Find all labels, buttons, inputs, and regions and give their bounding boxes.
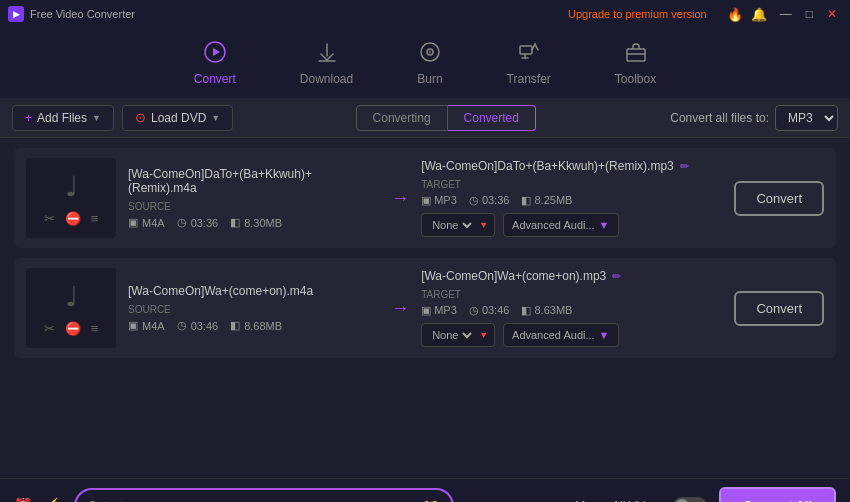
nav-burn[interactable]: Burn (409, 37, 450, 90)
add-files-label: Add Files (37, 111, 87, 125)
music-icon-1: ♩ (65, 170, 78, 203)
maximize-btn[interactable]: □ (801, 5, 818, 23)
t-format-icon-1: ▣ (421, 194, 431, 206)
t-file-icon-1: ◧ (521, 194, 531, 206)
tab-converting[interactable]: Converting (356, 105, 448, 131)
settings-icon-1[interactable]: ≡ (91, 211, 99, 226)
file-info-1: [Wa-ComeOn]DaTo+(Ba+Kkwuh)+(Remix).m4a S… (128, 167, 379, 229)
file-source-1: Source ▣ M4A ◷ 03:36 ◧ 8.30MB (128, 201, 379, 229)
format-select[interactable]: MP3 (775, 105, 838, 131)
quality-select-2[interactable]: None (428, 328, 475, 342)
convert-all-format: Convert all files to: MP3 (670, 105, 838, 131)
target-duration-2: ◷ 03:46 (469, 304, 510, 317)
plus-icon: + (25, 111, 32, 125)
nav-toolbox-label: Toolbox (615, 72, 656, 86)
load-dvd-button[interactable]: ⊙ Load DVD ▼ (122, 105, 233, 131)
svg-line-7 (535, 44, 538, 50)
t-clock-icon-2: ◷ (469, 304, 479, 316)
settings-icon-2[interactable]: ≡ (91, 321, 99, 336)
nav-download-label: Download (300, 72, 353, 86)
fire-icon: 🔥 (727, 7, 743, 22)
arrow-1: → (391, 188, 409, 209)
target-label-1: Target (421, 179, 722, 190)
nav-transfer-label: Transfer (507, 72, 551, 86)
target-details-2: ▣ MP3 ◷ 03:46 ◧ 8.63MB (421, 304, 722, 317)
convert-btn-2[interactable]: Convert (734, 291, 824, 326)
thumb-controls-1: ✂ ⛔ ≡ (44, 211, 99, 226)
toolbox-nav-icon (625, 41, 647, 68)
merge-icon-1[interactable]: ⛔ (65, 211, 81, 226)
output-box: Output E:\Wondershare Video Converter Ul… (74, 488, 454, 503)
minimize-btn[interactable]: — (775, 5, 797, 23)
target-format-1: ▣ MP3 (421, 194, 457, 207)
edit-icon-2[interactable]: ✏ (612, 270, 621, 283)
merge-group: Merge All Videos (575, 497, 707, 503)
target-source-1: Target ▣ MP3 ◷ 03:36 ◧ 8.25MB (421, 179, 722, 207)
svg-rect-11 (627, 49, 645, 61)
cut-icon-1[interactable]: ✂ (44, 211, 55, 226)
format-icon-2: ▣ (128, 319, 138, 332)
tab-converted[interactable]: Converted (448, 105, 536, 131)
cut-icon-2[interactable]: ✂ (44, 321, 55, 336)
clock-bottom-icon[interactable]: ⏰ (14, 497, 33, 503)
source-duration-2: ◷ 03:46 (177, 319, 219, 332)
source-size-2: ◧ 8.68MB (230, 319, 282, 332)
bottom-icons: ⏰ ⚡ (14, 497, 62, 503)
source-size-1: ◧ 8.30MB (230, 216, 282, 229)
source-label-2: Source (128, 304, 379, 315)
output-folder-icon[interactable]: 📂 (423, 498, 440, 503)
t-clock-icon-1: ◷ (469, 194, 479, 206)
target-size-1: ◧ 8.25MB (521, 194, 572, 207)
convert-all-button[interactable]: Convert All (719, 487, 836, 503)
tab-group: Converting Converted (356, 105, 536, 131)
nav-convert[interactable]: Convert (186, 37, 244, 90)
merge-toggle[interactable] (673, 497, 707, 503)
source-label-1: Source (128, 201, 379, 212)
advanced-btn-1[interactable]: Advanced Audi... ▼ (503, 213, 618, 237)
clock-icon-2: ◷ (177, 319, 187, 332)
file-source-2: Source ▣ M4A ◷ 03:46 ◧ 8.68MB (128, 304, 379, 332)
top-nav: Convert Download Burn (0, 28, 850, 98)
target-name-1: [Wa-ComeOn]DaTo+(Ba+Kkwuh)+(Remix).mp3 ✏ (421, 159, 722, 173)
upgrade-link[interactable]: Upgrade to premium version (568, 8, 707, 20)
advanced-btn-2[interactable]: Advanced Audi... ▼ (503, 323, 618, 347)
arrow-2: → (391, 298, 409, 319)
convert-all-label: Convert all files to: (670, 111, 769, 125)
close-btn[interactable]: ✕ (822, 5, 842, 23)
target-duration-1: ◷ 03:36 (469, 194, 510, 207)
bolt-icon[interactable]: ⚡ (43, 497, 62, 503)
file-thumbnail-2: ♩ ✂ ⛔ ≡ (26, 268, 116, 348)
add-files-button[interactable]: + Add Files ▼ (12, 105, 114, 131)
merge-label: Merge All Videos (575, 499, 665, 503)
app-info: ▶ Free Video Converter (8, 6, 135, 22)
output-label: Output (88, 499, 124, 503)
nav-burn-label: Burn (417, 72, 442, 86)
target-source-2: Target ▣ MP3 ◷ 03:46 ◧ 8.63MB (421, 289, 722, 317)
clock-icon-1: ◷ (177, 216, 187, 229)
t-format-icon-2: ▣ (421, 304, 431, 316)
music-icon-2: ♩ (65, 280, 78, 313)
bell-icon[interactable]: 🔔 (751, 7, 767, 22)
nav-transfer[interactable]: Transfer (499, 37, 559, 90)
quality-select-1[interactable]: None (428, 218, 475, 232)
file-info-2: [Wa-ComeOn]Wa+(come+on).m4a Source ▣ M4A… (128, 284, 379, 332)
merge-icon-2[interactable]: ⛔ (65, 321, 81, 336)
bottom-bar: ⏰ ⚡ Output E:\Wondershare Video Converte… (0, 478, 850, 502)
quality-dropdown-2[interactable]: None ▼ (421, 323, 495, 347)
convert-btn-1[interactable]: Convert (734, 181, 824, 216)
target-name-2: [Wa-ComeOn]Wa+(come+on).mp3 ✏ (421, 269, 722, 283)
source-filename-1: [Wa-ComeOn]DaTo+(Ba+Kkwuh)+(Remix).m4a (128, 167, 379, 195)
thumb-controls-2: ✂ ⛔ ≡ (44, 321, 99, 336)
edit-icon-1[interactable]: ✏ (680, 160, 689, 173)
advanced-arrow-1: ▼ (599, 219, 610, 231)
target-format-2: ▣ MP3 (421, 304, 457, 317)
file-target-1: [Wa-ComeOn]DaTo+(Ba+Kkwuh)+(Remix).mp3 ✏… (421, 159, 722, 237)
target-row-2: None ▼ Advanced Audi... ▼ (421, 323, 722, 347)
nav-download[interactable]: Download (292, 37, 361, 90)
file-thumbnail-1: ♩ ✂ ⛔ ≡ (26, 158, 116, 238)
file-target-2: [Wa-ComeOn]Wa+(come+on).mp3 ✏ Target ▣ M… (421, 269, 722, 347)
source-details-2: ▣ M4A ◷ 03:46 ◧ 8.68MB (128, 319, 379, 332)
quality-dropdown-1[interactable]: None ▼ (421, 213, 495, 237)
nav-toolbox[interactable]: Toolbox (607, 37, 664, 90)
source-format-2: ▣ M4A (128, 319, 165, 332)
